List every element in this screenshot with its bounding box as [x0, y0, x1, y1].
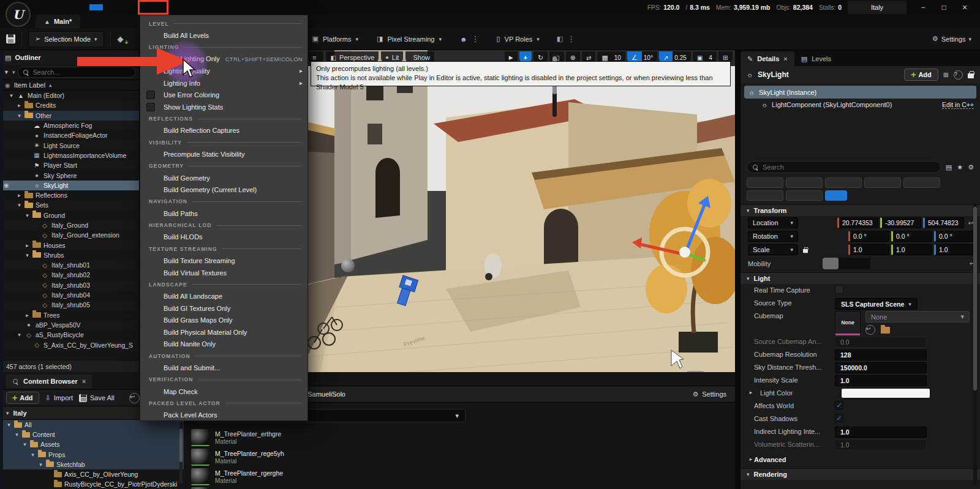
build-menu-item[interactable]: Build HLODs: [140, 231, 307, 244]
transform-type-dropdown[interactable]: Scale: [748, 244, 798, 255]
outliner-row[interactable]: InstancedFoliageActor: [0, 130, 139, 140]
outliner-column-header[interactable]: Item Label: [0, 80, 139, 91]
settings-dropdown[interactable]: Settings: [932, 35, 980, 43]
panel-divider[interactable]: [735, 50, 740, 489]
cubemap-dropdown[interactable]: None: [865, 311, 970, 323]
scale-lock-icon[interactable]: [803, 249, 808, 253]
build-menu-item[interactable]: Use Error Coloring: [140, 89, 307, 101]
advanced-row[interactable]: Advanced: [741, 454, 980, 466]
build-menu-item[interactable]: Map Check: [140, 386, 307, 398]
checkbox-checked[interactable]: ✓: [835, 414, 843, 422]
outliner-row[interactable]: Italy_Ground_extension: [0, 230, 139, 240]
build-menu-item[interactable]: Build All Landscape: [140, 290, 307, 302]
tab-levels[interactable]: Levels: [794, 51, 838, 66]
vp-roles-dropdown[interactable]: VP Roles: [505, 35, 533, 43]
value-field[interactable]: 1.0: [835, 439, 927, 450]
content-tree-row[interactable]: Assets: [0, 439, 184, 449]
checkbox[interactable]: [835, 285, 843, 294]
build-menu-item[interactable]: Build Virtual Textures: [140, 267, 307, 279]
content-tree-row[interactable]: Axis_CC_by_OliverYeung: [0, 469, 184, 479]
value-field[interactable]: 1.0: [835, 427, 927, 438]
outliner-row[interactable]: Atmospheric Fog: [0, 121, 139, 130]
outliner-row[interactable]: SkyLight: [0, 181, 139, 190]
import-button[interactable]: Import: [45, 394, 73, 402]
pixel-streaming-dropdown[interactable]: Pixel Streaming: [387, 35, 434, 43]
edit-in-cpp-link[interactable]: Edit in C++: [942, 101, 974, 109]
axis-y-field[interactable]: 1.0: [891, 244, 932, 255]
outliner-row[interactable]: Italy_shrub02: [0, 270, 139, 280]
outliner-row[interactable]: S_Axis_CC_by_OliverYeung_S: [0, 340, 139, 349]
transform-type-dropdown[interactable]: Location: [748, 217, 798, 228]
outliner-row[interactable]: Ground: [0, 211, 139, 220]
chevron-down-icon[interactable]: [12, 69, 15, 75]
filter-chip[interactable]: [747, 190, 783, 201]
add-content-button[interactable]: Add: [6, 392, 39, 404]
axis-z-field[interactable]: 0.0 °: [934, 231, 975, 242]
color-swatch[interactable]: [841, 388, 930, 398]
build-menu-item[interactable]: Build GI Textures Only: [140, 302, 307, 315]
checkbox[interactable]: [146, 103, 155, 111]
outliner-row[interactable]: Shrubs: [0, 250, 139, 260]
outliner-row[interactable]: Player Start: [0, 160, 139, 170]
mobility-option[interactable]: [823, 258, 839, 269]
outliner-row[interactable]: Light Source: [0, 140, 139, 150]
window-control-button[interactable]: [954, 1, 975, 14]
build-menu-item[interactable]: Build Nanite Only: [140, 338, 307, 351]
eye-icon[interactable]: [5, 82, 10, 89]
mobility-option[interactable]: [839, 258, 854, 269]
outliner-row[interactable]: Other: [0, 111, 139, 121]
outliner-row[interactable]: Sets: [0, 200, 139, 210]
filter-chip[interactable]: [825, 190, 847, 201]
build-menu-item[interactable]: Build Texture Streaming: [140, 255, 307, 267]
window-control-button[interactable]: [933, 1, 954, 14]
content-settings-button[interactable]: Settings: [692, 390, 726, 398]
help-icon[interactable]: [954, 70, 963, 80]
menu-item[interactable]: [62, 4, 76, 10]
outliner-row[interactable]: Main (Editor): [0, 91, 139, 100]
content-tree-row[interactable]: Sketchfab: [0, 460, 184, 469]
menu-item[interactable]: [89, 4, 103, 10]
menu-item[interactable]: [49, 4, 62, 10]
filter-chip[interactable]: [864, 177, 901, 188]
outliner-row[interactable]: Credits: [0, 100, 139, 110]
platforms-dropdown[interactable]: Platforms: [323, 35, 351, 43]
filter-chip[interactable]: [903, 177, 940, 188]
cubemap-thumbnail[interactable]: None: [835, 311, 861, 335]
chevron-right-icon[interactable]: [748, 389, 754, 395]
menu-item[interactable]: [103, 4, 116, 10]
build-menu-item[interactable]: Build Reflection Captures: [140, 125, 307, 137]
selection-mode-dropdown[interactable]: Selection Mode: [28, 31, 104, 47]
favorites-icon[interactable]: [957, 163, 963, 171]
component-hierarchy-icon[interactable]: [943, 71, 949, 79]
add-actor-icon[interactable]: [117, 34, 127, 44]
build-menu-item[interactable]: Build and Submit...: [140, 362, 307, 374]
content-browser-tab[interactable]: Content Browser: [6, 375, 92, 388]
axis-x-field[interactable]: 20.774353: [837, 217, 878, 228]
outliner-row[interactable]: LightmassImportanceVolume: [0, 151, 139, 160]
checkbox[interactable]: [146, 91, 155, 99]
transform-type-dropdown[interactable]: Rotation: [748, 231, 798, 242]
value-field[interactable]: 150000.0: [835, 362, 927, 373]
axis-z-field[interactable]: 1.0: [934, 244, 975, 255]
outliner-row[interactable]: Reflections: [0, 190, 139, 200]
outliner-row[interactable]: aBP_Vespa50V: [0, 320, 139, 330]
section-transform[interactable]: Transform: [741, 204, 980, 216]
asset-row[interactable]: M_TreePlanter_rgerghe Material: [191, 468, 718, 486]
axis-y-field[interactable]: -30.99527: [880, 217, 921, 228]
filter-chip[interactable]: [747, 177, 783, 188]
tree-scrollbar[interactable]: [179, 422, 183, 483]
axis-x-field[interactable]: 1.0: [848, 244, 889, 255]
save-icon[interactable]: [6, 34, 15, 43]
content-tree-row[interactable]: All: [0, 420, 184, 430]
build-menu-item[interactable]: Precompute Static Visibility: [140, 148, 307, 160]
unreal-logo[interactable]: U: [6, 2, 31, 27]
build-menu-item[interactable]: Build All Levels: [140, 29, 307, 42]
outliner-row[interactable]: Italy_shrub04: [0, 290, 139, 300]
menu-item[interactable]: [36, 4, 49, 10]
instance-row[interactable]: SkyLight (Instance): [744, 86, 976, 99]
build-menu-item[interactable]: Build Physical Material Only: [140, 326, 307, 338]
content-tree-row[interactable]: Props: [0, 450, 184, 460]
build-menu-item[interactable]: Build Geometry: [140, 172, 307, 184]
outliner-row[interactable]: aS_RustyBicycle: [0, 330, 139, 340]
stage-monitor-icon[interactable]: [557, 35, 563, 43]
